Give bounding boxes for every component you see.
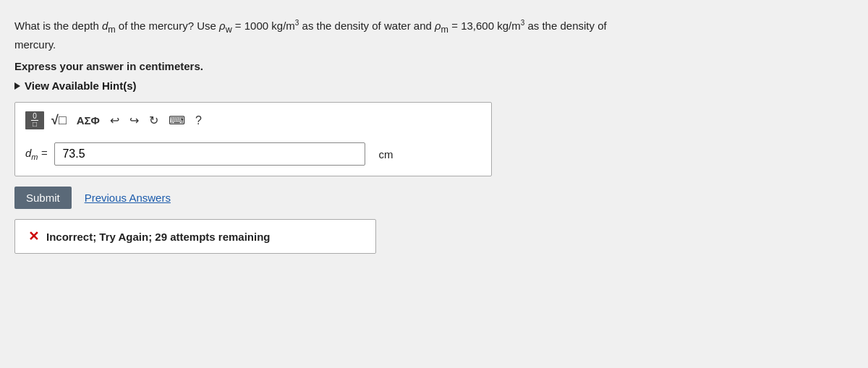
error-message: Incorrect; Try Again; 29 attempts remain… — [46, 231, 271, 243]
help-label: ? — [195, 114, 202, 127]
keyboard-icon: ⌨ — [169, 114, 185, 127]
sqrt-label: √□ — [51, 113, 67, 128]
greek-label: ΑΣΦ — [77, 114, 100, 127]
undo-button[interactable]: ↩ — [107, 112, 122, 129]
toolbar: 0 □ √□ ΑΣΦ ↩ ↪ ↻ ⌨ ? — [25, 111, 481, 134]
greek-button[interactable]: ΑΣΦ — [74, 113, 103, 128]
unit-label: cm — [378, 148, 393, 161]
redo-button[interactable]: ↪ — [127, 112, 142, 129]
fraction-button[interactable]: 0 □ — [25, 111, 44, 129]
help-button[interactable]: ? — [192, 113, 205, 129]
hint-arrow-icon — [14, 82, 20, 90]
refresh-button[interactable]: ↻ — [146, 112, 161, 129]
hint-link[interactable]: View Available Hint(s) — [14, 80, 137, 92]
answer-label: dm = — [25, 147, 47, 161]
previous-answers-link[interactable]: Previous Answers — [85, 192, 171, 204]
error-icon: ✕ — [28, 228, 39, 244]
answer-input[interactable] — [54, 142, 365, 166]
question-text: What is the depth dm of the mercury? Use… — [14, 17, 608, 53]
hint-label: View Available Hint(s) — [25, 80, 137, 92]
refresh-icon: ↻ — [149, 114, 158, 127]
error-box: ✕ Incorrect; Try Again; 29 attempts rema… — [14, 219, 376, 254]
sqrt-button[interactable]: √□ — [48, 111, 69, 129]
keyboard-button[interactable]: ⌨ — [166, 112, 188, 129]
redo-icon: ↪ — [129, 114, 139, 127]
express-label: Express your answer in centimeters. — [14, 60, 846, 72]
bottom-row: Submit Previous Answers — [14, 187, 846, 209]
answer-row: dm = cm — [25, 142, 481, 166]
undo-icon: ↩ — [110, 114, 119, 127]
fraction-bottom: □ — [31, 121, 38, 128]
answer-box: 0 □ √□ ΑΣΦ ↩ ↪ ↻ ⌨ ? dm = cm — [14, 102, 492, 176]
submit-button[interactable]: Submit — [14, 187, 72, 209]
